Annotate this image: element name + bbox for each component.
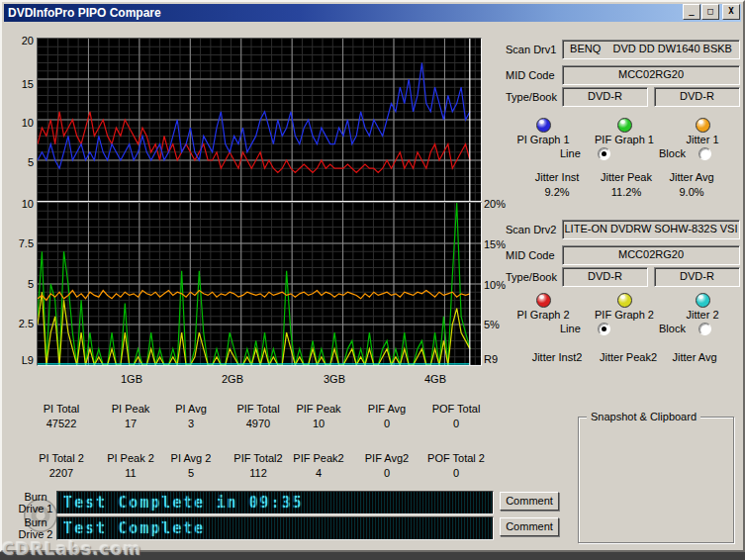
pif-jitter-chart[interactable] [37,202,482,366]
stat-pif-total2-value: 112 [225,467,292,479]
type-book2-value-a: DVD-R [562,267,648,287]
pif-axis-label-l9: L9 [10,354,34,366]
pif-graph1-label: PIF Graph 1 [592,134,657,145]
stat-pi-total2-label: PI Total 2 [28,452,95,464]
stat-pi-total-label: PI Total [28,403,95,415]
type-book1-label: Type/Book [506,91,557,103]
burn2-lcd-display: Test Complete [56,516,494,540]
stat-pof-total-value: 0 [422,418,490,429]
stat-pi-peak-value: 17 [97,418,164,429]
pi-graph1-led-icon [536,118,551,133]
pif-graph1-led-icon [617,118,632,133]
pi-axis-tick-20: 20 [10,35,34,47]
jitter-inst2-label: Jitter Inst2 [526,351,588,363]
mid-code2-value: MCC02RG20 [562,245,740,265]
stat-pif-avg2-label: PIF Avg2 [353,452,420,464]
stat-pif-peak-label: PIF Peak [285,403,352,415]
snapshot-clipboard-group: Snapshot & Clipboard [578,417,734,543]
scan-drv2-value: LITE-ON DVDRW SOHW-832S VSI [562,220,740,239]
stat-pif-peak2-value: 4 [285,467,352,479]
type-book1-value-a: DVD-R [562,87,648,107]
scan-drv2-label: Scan Drv2 [506,224,556,235]
jitter-axis-label-r9: R9 [484,353,513,365]
stat-pi-avg-label: PI Avg [157,403,225,415]
stat-pi-total2: PI Total 22207 [28,452,95,479]
line1-radio[interactable] [598,147,610,160]
stat-pif-avg: PIF Avg0 [353,403,420,429]
title-bar[interactable]: DVDInfoPro PIPO Compare [4,4,741,22]
block1-radio[interactable] [698,147,711,160]
close-button[interactable]: X [722,4,740,20]
window-title: DVDInfoPro PIPO Compare [8,6,161,20]
stat-pi-avg: PI Avg3 [157,403,225,429]
snapshot-clipboard-title: Snapshot & Clipboard [587,411,700,422]
mid-code2-label: MID Code [506,249,555,261]
pi-graph2-led-icon [536,293,551,308]
pi-errors-chart[interactable] [37,38,482,202]
stat-pi-peak2-label: PI Peak 2 [97,452,164,464]
type-book1-value-b: DVD-R [654,87,740,107]
stat-pif-total: PIF Total4970 [225,403,292,429]
line2-radio[interactable] [598,323,610,335]
jitter-peak1-label: Jitter Peak [594,171,659,183]
pi-axis-tick-5: 5 [10,156,34,168]
stat-pof-total2-value: 0 [422,467,490,479]
pif-graph2-led-icon [617,293,632,308]
jitter-peak2-label: Jitter Peak2 [594,351,663,363]
block2-label: Block [659,323,686,334]
stat-pi-avg2-label: PI Avg 2 [157,452,225,464]
jitter1-label: Jitter 1 [681,134,724,145]
stat-pif-avg2-value: 0 [353,467,420,479]
stat-pi-peak-label: PI Peak [97,403,164,415]
x-axis-tick-4gb: 4GB [416,373,455,385]
type-book2-label: Type/Book [506,271,557,283]
stat-pif-peak2: PIF Peak24 [285,452,352,479]
jitter-avg1-label: Jitter Avg [663,171,720,183]
stat-pif-peak-value: 10 [285,418,352,429]
jitter-axis-tick-5: 5% [484,319,513,330]
stat-pof-total-label: POF Total [422,403,490,415]
stat-pif-total2-label: PIF Total2 [225,452,292,464]
burn1-label-bottom: Drive 1 [12,503,59,514]
minimize-button[interactable]: _ [683,4,700,20]
stat-pif-avg2: PIF Avg20 [353,452,420,479]
stat-pi-avg2-value: 5 [157,467,225,479]
pi-axis-tick-10: 10 [10,117,34,129]
stat-pi-peak2: PI Peak 211 [97,452,164,479]
block2-radio[interactable] [698,323,711,335]
burn2-label-top: Burn [12,516,59,528]
stat-pof-total2-label: POF Total 2 [422,452,490,464]
stat-pi-total: PI Total47522 [28,403,95,429]
line2-label: Line [560,323,581,334]
x-axis-tick-1gb: 1GB [112,373,151,385]
stat-pof-total: POF Total0 [422,403,490,429]
mid-code1-value: MCC02RG20 [562,65,740,85]
pi-graph1-label: PI Graph 1 [512,134,575,145]
jitter-axis-tick-20: 20% [484,198,513,210]
stat-pi-peak: PI Peak17 [97,403,164,429]
stat-pif-avg-value: 0 [353,418,420,429]
line1-label: Line [560,147,581,159]
pif-axis-tick-7-5: 7.5 [10,237,34,249]
window-controls: _ □ X [683,4,740,20]
x-axis-tick-3gb: 3GB [315,373,354,385]
type-book2-value-b: DVD-R [654,267,740,287]
maximize-button[interactable]: □ [701,4,719,20]
stat-pi-avg-value: 3 [157,418,225,429]
jitter-avg1-value: 9.0% [663,186,720,198]
jitter2-label: Jitter 2 [681,309,724,321]
stat-pif-peak2-label: PIF Peak2 [285,452,352,464]
stat-pi-total-value: 47522 [28,418,95,429]
comment1-button[interactable]: Comment [500,492,559,511]
scan-drv1-value: BENQ DVD DD DW1640 BSKB [562,40,740,59]
pif-axis-tick-5: 5 [10,278,34,290]
comment2-button[interactable]: Comment [500,517,559,536]
jitter-inst1-label: Jitter Inst [526,171,588,183]
stat-pi-peak2-value: 11 [97,467,164,479]
stat-pif-avg-label: PIF Avg [353,403,420,415]
stat-pof-total2: POF Total 20 [422,452,490,479]
stat-pif-total2: PIF Total2112 [225,452,292,479]
jitter-avg2-label: Jitter Avg [667,351,722,363]
stat-pif-peak: PIF Peak10 [285,403,352,429]
scan-drv1-label: Scan Drv1 [506,44,556,55]
